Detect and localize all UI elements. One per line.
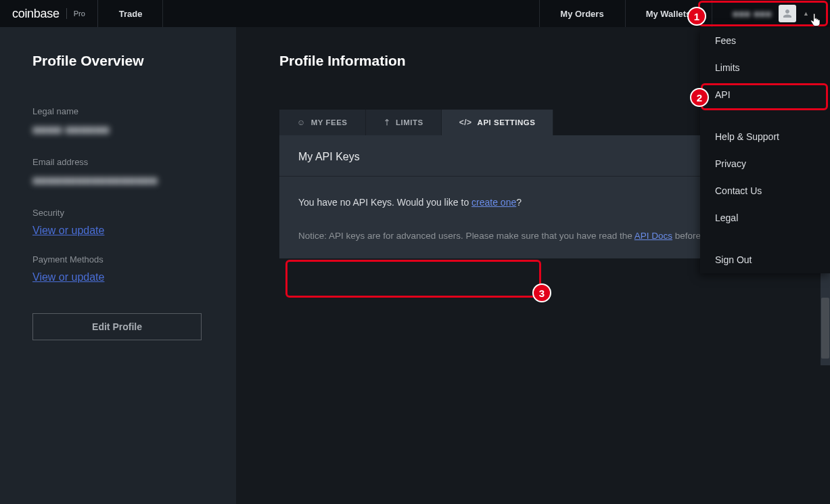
dd-help[interactable]: Help & Support [700,123,830,150]
dd-api[interactable]: API [700,81,830,108]
dd-fees[interactable]: Fees [700,27,830,54]
code-icon: </> [459,118,472,127]
tab-label: LIMITS [396,118,423,127]
dd-separator [700,108,830,123]
tab-limits[interactable]: ⇡ LIMITS [366,110,442,135]
dd-contact[interactable]: Contact Us [700,177,830,204]
sidebar-title: Profile Overview [32,53,204,69]
person-icon [781,7,793,20]
chevron-up-icon: ▲ [803,10,809,17]
dd-legal[interactable]: Legal [700,204,830,231]
scrollbar-thumb[interactable] [821,298,829,359]
tab-label: API SETTINGS [478,118,536,127]
nav-my-wallets[interactable]: My Wallets [625,0,712,27]
notice-pre: Notice: API keys are for advanced users.… [298,231,635,241]
dd-limits[interactable]: Limits [700,54,830,81]
tab-api-settings[interactable]: </> API SETTINGS [442,110,554,135]
empty-text-post: ? [516,197,522,208]
payment-link[interactable]: View or update [32,271,104,283]
panel-title: My API Keys [298,151,360,163]
dd-separator [700,231,830,246]
brand-divider [66,8,67,19]
brand-main: coinbase [12,7,60,21]
link-icon: ☺ [297,118,306,127]
security-link[interactable]: View or update [32,225,104,237]
brand[interactable]: coinbase Pro [0,0,98,27]
legal-name-label: Legal name [32,106,204,116]
tab-my-fees[interactable]: ☺ MY FEES [279,110,366,135]
user-dropdown: Fees Limits API Help & Support Privacy C… [700,27,830,273]
create-one-link[interactable]: create one [471,197,516,208]
sidebar: Profile Overview Legal name ■■■■ ■■■■■■ … [0,27,236,504]
dd-signout[interactable]: Sign Out [700,246,830,273]
top-nav: coinbase Pro Trade My Orders My Wallets … [0,0,830,27]
nav-user-menu[interactable]: ■■■ ■■■ ▲ [712,0,830,27]
upload-icon: ⇡ [384,118,391,127]
nav-trade[interactable]: Trade [98,0,164,27]
security-label: Security [32,208,204,218]
email-value: ■■■■■■■■■■■■■■■■■ [32,174,204,189]
brand-sub: Pro [74,9,85,18]
nav-username: ■■■ ■■■ [733,9,772,19]
tab-label: MY FEES [311,118,348,127]
api-docs-link[interactable]: API Docs [635,231,672,241]
avatar [779,5,796,22]
edit-profile-button[interactable]: Edit Profile [32,313,202,340]
legal-name-value: ■■■■ ■■■■■■ [32,123,204,138]
email-label: Email address [32,157,204,167]
dd-privacy[interactable]: Privacy [700,150,830,177]
empty-text-pre: You have no API Keys. Would you like to [298,197,471,208]
nav-right: My Orders My Wallets ■■■ ■■■ ▲ [539,0,830,27]
nav-spacer [163,0,539,27]
payment-label: Payment Methods [32,254,204,265]
nav-my-orders[interactable]: My Orders [539,0,624,27]
